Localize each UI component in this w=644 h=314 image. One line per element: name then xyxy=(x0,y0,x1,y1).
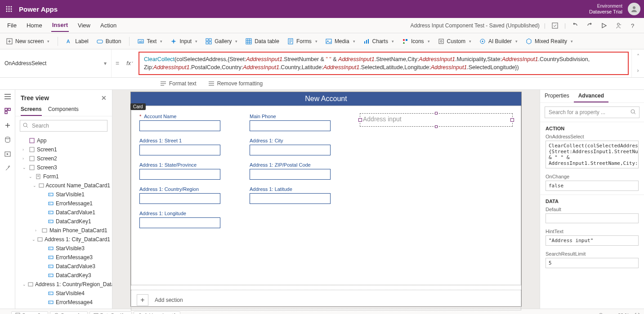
rail-media-icon[interactable] xyxy=(4,150,12,158)
app-checker-icon[interactable] xyxy=(550,21,560,31)
tree-node[interactable]: ErrorMessage1 xyxy=(15,199,112,208)
tree-node[interactable]: StarVisible1 xyxy=(15,190,112,199)
zoom-out-icon[interactable]: − xyxy=(550,313,553,314)
aibuilder-button[interactable]: AI Builder xyxy=(479,38,518,44)
waffle-icon[interactable] xyxy=(4,4,14,14)
formula-expand-icon[interactable]: › xyxy=(632,63,644,77)
tree-node[interactable]: ⌄Address 1: City_DataCard1 xyxy=(15,235,112,244)
custom-button[interactable]: Custom xyxy=(438,38,471,44)
charts-button[interactable]: Charts xyxy=(363,38,394,44)
svg-rect-15 xyxy=(97,40,103,43)
tree-node[interactable]: ›Screen2 xyxy=(15,154,112,163)
zoom-control[interactable]: − + 80 % ⛶ xyxy=(550,313,640,314)
tab-properties[interactable]: Properties xyxy=(540,90,574,102)
zoom-in-icon[interactable]: + xyxy=(612,313,615,314)
tree-node[interactable]: DataCardValue5 xyxy=(15,307,112,309)
play-icon[interactable] xyxy=(599,21,609,31)
tree-node[interactable]: DataCardKey1 xyxy=(15,217,112,226)
menu-home[interactable]: Home xyxy=(26,19,43,31)
address-input-component[interactable]: Address input xyxy=(360,113,513,127)
menu-insert[interactable]: Insert xyxy=(51,19,69,32)
form-field[interactable]: Address 1: Country/Region xyxy=(139,186,236,204)
rail-hamburger-icon[interactable] xyxy=(4,93,12,101)
tree-node[interactable]: App xyxy=(15,136,112,145)
canvas-area[interactable]: New Account Card *Account NameAddress 1:… xyxy=(112,90,540,309)
svg-rect-45 xyxy=(30,165,34,170)
redo-icon[interactable] xyxy=(585,21,595,31)
rail-treeview-icon[interactable] xyxy=(4,107,12,115)
breadcrumb-item[interactable]: DataCard1› xyxy=(89,311,132,314)
form-field[interactable]: Address 1: Latitude xyxy=(250,186,346,204)
property-field[interactable]: Default xyxy=(540,205,644,227)
form-field[interactable]: Main Phone xyxy=(250,113,346,131)
button-button[interactable]: Button xyxy=(97,38,121,44)
breadcrumb-item[interactable]: Canvas1› xyxy=(50,311,88,314)
formula-input[interactable]: ClearCollect(colSelectedAddress,{Street:… xyxy=(139,52,629,75)
icons-button[interactable]: Icons xyxy=(402,38,430,44)
tree-node[interactable]: ›Screen1 xyxy=(15,145,112,154)
fit-icon[interactable]: ⛶ xyxy=(635,313,640,314)
tree-node[interactable]: ⌄Form1 xyxy=(15,172,112,181)
tree-node[interactable]: ErrorMessage3 xyxy=(15,253,112,262)
form-field[interactable]: Address 1: City xyxy=(250,137,346,155)
rail-data-icon[interactable] xyxy=(4,136,12,144)
media-button[interactable]: Media xyxy=(326,38,355,44)
property-field[interactable]: OnChangefalse xyxy=(540,172,644,195)
environment-label[interactable]: Environment Dataverse Trial xyxy=(589,3,622,15)
tree-node[interactable]: DataCardKey3 xyxy=(15,271,112,280)
breadcrumb-toggle-icon[interactable]: ↔ xyxy=(4,313,9,314)
menu-action[interactable]: Action xyxy=(99,19,117,31)
property-field[interactable]: HintText"Address input" xyxy=(540,227,644,249)
menu-file[interactable]: File xyxy=(6,19,18,31)
tree-node[interactable]: ErrorMessage4 xyxy=(15,298,112,307)
remove-formatting-button[interactable]: Remove formatting xyxy=(208,80,263,87)
help-icon[interactable]: ? xyxy=(628,21,638,31)
property-search-input[interactable]: Search for a property ... xyxy=(545,106,640,118)
tree-node[interactable]: ›Main Phone_DataCard1 xyxy=(15,226,112,235)
rail-tools-icon[interactable] xyxy=(4,164,12,172)
new-screen-button[interactable]: New screen xyxy=(6,38,49,44)
formula-collapse-icon[interactable]: ˄ xyxy=(632,49,644,63)
share-icon[interactable] xyxy=(613,21,623,31)
datatable-button[interactable]: Data table xyxy=(246,38,279,44)
form-field[interactable]: Address 1: Longitude xyxy=(139,210,236,228)
tab-components[interactable]: Components xyxy=(48,103,79,116)
input-button[interactable]: Input xyxy=(170,38,197,44)
breadcrumb-item[interactable]: AddressInput1 xyxy=(134,311,180,314)
tab-screens[interactable]: Screens xyxy=(21,103,42,116)
form-field[interactable]: Address 1: Street 1 xyxy=(139,137,236,155)
tree-node[interactable]: DataCardValue3 xyxy=(15,262,112,271)
tree-node[interactable]: StarVisible3 xyxy=(15,244,112,253)
tree-node[interactable]: DataCardValue1 xyxy=(15,208,112,217)
form-container[interactable]: Card *Account NameAddress 1: Street 1Add… xyxy=(131,106,521,285)
tree-node[interactable]: StarVisible4 xyxy=(15,289,112,298)
tab-advanced[interactable]: Advanced xyxy=(574,90,608,102)
breadcrumb-item[interactable]: Screen3› xyxy=(11,311,48,314)
label-button[interactable]: ALabel xyxy=(66,38,88,44)
menu-view[interactable]: View xyxy=(77,19,91,31)
tree-search-input[interactable]: Search xyxy=(20,120,107,132)
form-field[interactable]: Address 1: State/Province xyxy=(139,162,236,180)
undo-icon[interactable] xyxy=(570,21,580,31)
forms-button[interactable]: Forms xyxy=(287,38,318,44)
property-field[interactable]: OnAddressSelectClearCollect(colSelectedA… xyxy=(540,132,644,172)
tree-view-pane: Tree view ✕ Screens Components Search Ap… xyxy=(15,90,112,309)
gallery-button[interactable]: Gallery xyxy=(206,38,237,44)
svg-rect-52 xyxy=(42,229,47,232)
svg-point-2 xyxy=(11,6,12,8)
property-selector[interactable]: OnAddressSelect ▾ xyxy=(0,49,112,77)
tree-node[interactable]: ⌄Address 1: Country/Region_DataCard xyxy=(15,280,112,289)
form-field[interactable]: *Account Name xyxy=(139,113,236,131)
fx-icon[interactable]: fx˅ xyxy=(123,49,136,77)
text-button[interactable]: abText xyxy=(138,38,162,44)
mixedreality-button[interactable]: Mixed Reality xyxy=(526,38,573,44)
property-field[interactable]: SearchResultLimit5 xyxy=(540,249,644,272)
form-field[interactable]: Address 1: ZIP/Postal Code xyxy=(250,162,346,180)
tree-node[interactable]: ⌄Account Name_DataCard1 xyxy=(15,181,112,190)
format-text-button[interactable]: Format text xyxy=(160,80,197,87)
tree-node[interactable]: ⌄Screen3 xyxy=(15,163,112,172)
avatar[interactable] xyxy=(628,3,640,15)
close-icon[interactable]: ✕ xyxy=(101,94,107,102)
add-section-button[interactable]: + Add section xyxy=(131,290,521,310)
rail-insert-icon[interactable] xyxy=(4,121,12,129)
